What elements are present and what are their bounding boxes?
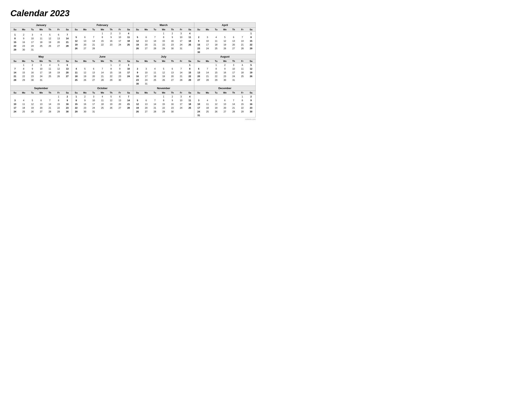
- calendar-day: [229, 114, 238, 117]
- calendar-day: 21: [63, 40, 72, 44]
- calendar-day: [220, 95, 229, 99]
- calendar-day: 27: [229, 47, 238, 50]
- calendar-day: 12: [81, 71, 89, 74]
- day-header-tu: Tu: [89, 59, 98, 63]
- calendar-day: [81, 63, 89, 67]
- calendar-day: 30: [168, 110, 177, 114]
- calendar-day: 17: [177, 102, 185, 106]
- calendar-day: 4: [98, 95, 107, 99]
- calendar-day: 17: [229, 71, 238, 74]
- day-header-tu: Tu: [151, 28, 159, 32]
- calendar-day: 25: [72, 78, 81, 82]
- calendar-day: 20: [81, 43, 89, 47]
- calendar-day: 11: [203, 102, 212, 106]
- calendar-day: 25: [124, 43, 133, 47]
- month-title-october: October: [72, 86, 133, 91]
- calendar-day: 24: [177, 43, 185, 47]
- month-title-august: August: [194, 54, 255, 59]
- calendar-day: 3: [11, 98, 19, 102]
- calendar-day: 28: [229, 110, 238, 114]
- day-header-fr: Fr: [115, 59, 124, 63]
- calendar-day: 23: [115, 74, 124, 78]
- calendar-day: 25: [185, 106, 194, 110]
- calendar-day: 19: [133, 43, 142, 47]
- month-table-july: SuMoTuWeThFrSa12345678910111213141516171…: [133, 59, 194, 86]
- calendar-day: 9: [107, 35, 115, 39]
- calendar-day: [194, 63, 203, 67]
- calendar-day: 6: [229, 35, 238, 39]
- calendar-day: [124, 47, 133, 50]
- day-header-mo: Mo: [19, 59, 28, 63]
- calendar-day: 23: [19, 44, 28, 48]
- calendar-day: 7: [229, 98, 238, 102]
- calendar-day: 29: [54, 110, 63, 114]
- day-header-we: We: [37, 59, 46, 63]
- calendar-day: 4: [151, 67, 159, 71]
- calendar-day: 10: [177, 35, 185, 39]
- month-title-january: January: [11, 23, 72, 28]
- calendar-day: 25: [151, 78, 159, 82]
- month-title-november: November: [133, 86, 194, 91]
- calendar-day: [168, 82, 177, 86]
- calendar-day: 22: [185, 74, 194, 78]
- day-header-fr: Fr: [54, 59, 63, 63]
- calendar-day: [54, 78, 63, 82]
- calendar-day: [247, 114, 255, 117]
- calendar-day: 6: [81, 35, 89, 39]
- calendar-day: 12: [46, 37, 54, 40]
- calendar-day: 8: [107, 67, 115, 71]
- calendar-day: [238, 50, 247, 54]
- calendar-day: [185, 82, 194, 86]
- day-header-tu: Tu: [212, 28, 220, 32]
- calendar-day: [72, 63, 81, 67]
- calendar-day: 14: [98, 71, 107, 74]
- calendar-day: 29: [247, 47, 255, 50]
- calendar-day: 14: [46, 102, 54, 106]
- month-table-november: SuMoTuWeThFrSa12345678910111213141516171…: [133, 91, 194, 114]
- calendar-day: 22: [107, 74, 115, 78]
- calendar-day: 2: [247, 95, 255, 99]
- calendar-day: 29: [72, 110, 81, 114]
- calendar-day: 22: [19, 74, 28, 78]
- calendar-day: 22: [98, 43, 107, 47]
- calendar-day: [89, 63, 98, 67]
- month-block-december: DecemberSuMoTuWeThFrSa123456789101112131…: [194, 86, 256, 117]
- calendar-day: 20: [194, 74, 203, 78]
- calendar-day: 13: [63, 67, 72, 71]
- calendar-day: 9: [220, 67, 229, 71]
- calendar-day: [194, 95, 203, 99]
- calendar-day: 12: [133, 39, 142, 43]
- day-header-su: Su: [194, 91, 203, 95]
- day-header-we: We: [220, 59, 229, 63]
- calendar-day: 28: [11, 78, 19, 82]
- day-header-sa: Sa: [185, 91, 194, 95]
- calendar-day: 14: [151, 102, 159, 106]
- calendar-day: [203, 32, 212, 36]
- day-header-th: Th: [229, 59, 238, 63]
- calendar-day: [238, 114, 247, 117]
- calendar-day: 22: [11, 44, 19, 48]
- calendar-day: 2: [168, 95, 177, 99]
- month-table-august: SuMoTuWeThFrSa12345678910111213141516171…: [194, 59, 255, 82]
- calendar-day: 7: [177, 67, 185, 71]
- calendar-day: 18: [72, 74, 81, 78]
- calendar-day: 6: [89, 67, 98, 71]
- calendar-day: [159, 63, 168, 67]
- calendar-day: 20: [37, 106, 46, 110]
- calendar-day: 30: [63, 110, 72, 114]
- calendar-day: 8: [247, 35, 255, 39]
- calendar-day: 21: [229, 106, 238, 110]
- calendar-day: 30: [133, 82, 142, 86]
- calendar-day: 7: [98, 67, 107, 71]
- calendar-day: 10: [37, 67, 46, 71]
- calendar-day: 9: [81, 98, 89, 102]
- calendar-day: 27: [81, 47, 89, 50]
- day-header-fr: Fr: [238, 91, 247, 95]
- calendar-day: [185, 110, 194, 114]
- calendar-day: [133, 63, 142, 67]
- calendar-day: 26: [247, 74, 255, 78]
- day-header-tu: Tu: [28, 91, 37, 95]
- calendar-day: [46, 48, 54, 52]
- calendar-day: 3: [37, 63, 46, 67]
- calendar-day: 20: [142, 43, 151, 47]
